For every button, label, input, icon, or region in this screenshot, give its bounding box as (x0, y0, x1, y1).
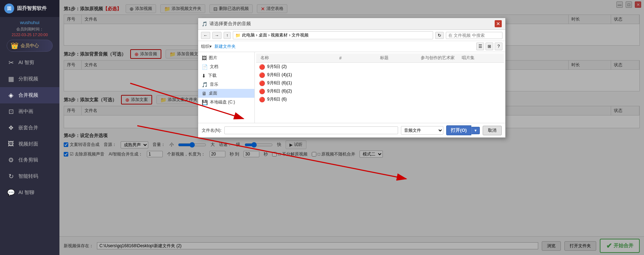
dialog-sidebar-downloads[interactable]: ⬇ 下载 (198, 71, 254, 80)
ai-cut-icon: ✂ (7, 59, 15, 67)
expire-date: 2122-03-25 17:20:00 (12, 33, 48, 38)
file-name-3: 🔴 9月6日 (6)(2) (259, 88, 501, 94)
vip-icon: 👑 (11, 42, 18, 50)
file-label-4: 9月6日 (6) (267, 96, 287, 102)
filetype-select[interactable]: 音频文件 所有文件 (401, 126, 443, 135)
documents-icon: 📄 (202, 64, 208, 70)
file-icon-0: 🔴 (259, 64, 265, 70)
sidebar-item-smart-convert[interactable]: ↻ 智能转码 (0, 168, 59, 185)
sidebar-item-ai-cut[interactable]: ✂ AI 智剪 (0, 55, 59, 71)
main-area: — □ ✕ 第1步：添加原视频【必选】 ⊕ 添加视频 📁 添加视频文件夹 ⊟ 删… (59, 0, 644, 255)
file-label-0: 9月5日 (2) (267, 64, 287, 70)
app-logo: 固 固乔智剪软件 (0, 0, 59, 17)
sidebar-item-merge-video-label: 合并视频 (18, 92, 38, 98)
dialog-overlay: 🎵 请选择要合并的音频 ✕ ← → ↑ 📁 此电脑 › 桌面 › 视频素材 › … (59, 0, 644, 255)
documents-label: 文档 (210, 64, 218, 70)
sidebar-item-nested-merge[interactable]: ❖ 嵌套合并 (0, 120, 59, 136)
sidebar-item-ai-cut-label: AI 智剪 (18, 60, 34, 66)
merge-video-icon: ◈ (7, 91, 15, 99)
file-label-2: 9月6日 (6)(1) (267, 80, 292, 86)
sidebar-item-pip[interactable]: ⊡ 画中画 (0, 103, 59, 120)
file-icon-2: 🔴 (259, 80, 265, 86)
file-icon-4: 🔴 (259, 97, 265, 102)
video-cover-icon: 🖼 (7, 140, 15, 148)
dialog-view-buttons: ☰ ⊞ ? (476, 42, 502, 50)
dialog-search-input[interactable] (446, 32, 502, 39)
dialog-sidebar-local-disk[interactable]: 💾 本地磁盘 (C:) (198, 98, 254, 107)
file-icon-3: 🔴 (259, 89, 265, 94)
pictures-label: 图片 (209, 55, 217, 61)
sidebar-item-smart-convert-label: 智能转码 (18, 173, 38, 180)
dialog-sidebar: 🖼 图片 📄 文档 ⬇ 下载 🎵 音乐 (198, 52, 255, 123)
open-btn-group: 打开(O) ▼ (446, 125, 480, 135)
file-label-1: 9月6日 (4)(1) (267, 72, 292, 78)
dialog-breadcrumb: 📁 此电脑 › 桌面 › 视频素材 › 文件视频 (233, 31, 433, 39)
dialog-new-folder-btn[interactable]: 新建文件夹 (214, 44, 236, 50)
task-edit-icon: ⚙ (7, 156, 15, 164)
dialog-up-btn[interactable]: ↑ (224, 32, 231, 39)
dialog-nav: ← → ↑ 📁 此电脑 › 桌面 › 视频素材 › 文件视频 ↻ (198, 30, 505, 41)
sidebar-item-task-edit-label: 任务剪辑 (18, 157, 38, 163)
file-row-1[interactable]: 🔴 9月6日 (4)(1) (256, 71, 504, 79)
dialog-refresh-btn[interactable]: ↻ (435, 32, 444, 39)
music-icon: 🎵 (202, 82, 208, 87)
col-artist: 参与创作的艺术家 (419, 54, 460, 62)
dialog-sidebar-desktop[interactable]: 🖥 桌面 (198, 89, 254, 98)
dialog-toolbar: 组织▾ 新建文件夹 ☰ ⊞ ? (198, 41, 505, 52)
logo-icon: 固 (4, 4, 14, 13)
file-name-1: 🔴 9月6日 (4)(1) (259, 72, 501, 78)
dialog-close-btn[interactable]: ✕ (495, 20, 502, 27)
sidebar-item-task-edit[interactable]: ⚙ 任务剪辑 (0, 152, 59, 168)
dialog-help-btn[interactable]: ? (495, 42, 502, 50)
dialog-sidebar-music[interactable]: 🎵 音乐 (198, 80, 254, 89)
dialog-file-list: 名称 # 标题 参与创作的艺术家 唱片集 🔴 9月5日 (2) (255, 52, 505, 123)
desktop-icon: 🖥 (202, 91, 207, 96)
dialog-content: 🖼 图片 📄 文档 ⬇ 下载 🎵 音乐 (198, 52, 505, 123)
col-name: 名称 (259, 54, 338, 62)
local-disk-label: 本地磁盘 (C:) (210, 99, 235, 105)
col-title: 标题 (379, 54, 419, 62)
dialog-back-btn[interactable]: ← (201, 32, 210, 39)
pip-icon: ⊡ (7, 108, 15, 115)
sidebar-item-ai-chat[interactable]: 💬 AI 智聊 (0, 185, 59, 201)
dialog-grid-view-btn[interactable]: ⊞ (485, 42, 493, 50)
desktop-label: 桌面 (209, 90, 217, 96)
folder-icon: 📁 (235, 33, 241, 38)
file-list-header: 名称 # 标题 参与创作的艺术家 唱片集 (256, 53, 504, 63)
sidebar-item-split-video[interactable]: ▦ 分割视频 (0, 71, 59, 87)
split-video-icon: ▦ (7, 75, 15, 83)
music-label: 音乐 (210, 81, 218, 87)
breadcrumb-text: 此电脑 › 桌面 › 视频素材 › 文件视频 (242, 32, 309, 38)
dialog-open-btn[interactable]: 打开(O) (446, 125, 471, 135)
file-row-2[interactable]: 🔴 9月6日 (6)(1) (256, 79, 504, 87)
username: wushuhui (20, 17, 40, 26)
nested-merge-icon: ❖ (7, 124, 15, 132)
col-album: 唱片集 (460, 54, 501, 62)
file-name-2: 🔴 9月6日 (6)(1) (259, 80, 501, 86)
ai-chat-icon: 💬 (7, 189, 15, 197)
dialog-app-icon: 🎵 (202, 21, 207, 27)
sidebar-item-video-cover[interactable]: 🖼 视频封面 (0, 136, 59, 152)
file-icon-1: 🔴 (259, 72, 265, 78)
vip-center-btn[interactable]: 👑 会员中心 (7, 40, 53, 52)
file-row-3[interactable]: 🔴 9月6日 (6)(2) (256, 87, 504, 95)
dialog-sidebar-documents[interactable]: 📄 文档 (198, 62, 254, 71)
dialog-open-arrow-btn[interactable]: ▼ (471, 127, 480, 134)
sidebar-item-pip-label: 画中画 (18, 108, 33, 115)
file-row-4[interactable]: 🔴 9月6日 (6) (256, 95, 504, 103)
file-name-0: 🔴 9月5日 (2) (259, 64, 501, 70)
dialog-cancel-btn[interactable]: 取消 (483, 126, 502, 135)
file-row-0[interactable]: 🔴 9月5日 (2) (256, 63, 504, 71)
filename-input[interactable] (224, 126, 398, 134)
dialog-sidebar-pictures[interactable]: 🖼 图片 (198, 53, 254, 62)
dialog-title-text: 请选择要合并的音频 (209, 21, 251, 27)
sidebar-item-merge-video[interactable]: ◈ 合并视频 (0, 87, 59, 103)
dialog-titlebar: 🎵 请选择要合并的音频 ✕ (198, 18, 505, 30)
sidebar-item-split-video-label: 分割视频 (18, 76, 38, 82)
dialog-list-view-btn[interactable]: ☰ (476, 42, 484, 50)
dialog-org-btn[interactable]: 组织▾ (201, 44, 212, 50)
pictures-icon: 🖼 (202, 55, 207, 61)
smart-convert-icon: ↻ (7, 172, 15, 180)
sidebar-item-video-cover-label: 视频封面 (18, 141, 38, 147)
dialog-forward-btn[interactable]: → (212, 32, 222, 39)
